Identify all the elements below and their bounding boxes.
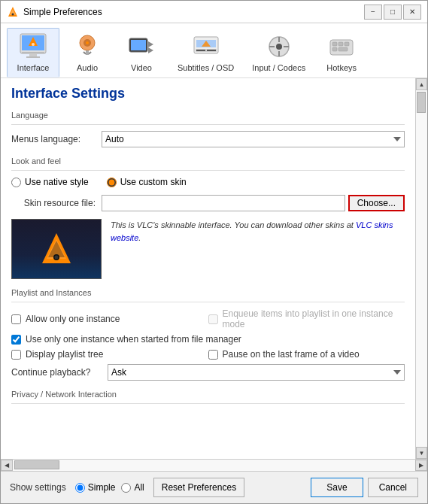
subtitles-icon xyxy=(191,32,221,62)
allow-one-instance-checkbox[interactable] xyxy=(11,314,21,324)
instance-row-1: Allow only one instance Enqueue items in… xyxy=(11,308,405,329)
page-title: Interface Settings xyxy=(11,86,405,102)
scroll-track[interactable] xyxy=(416,90,427,447)
custom-skin-radio[interactable] xyxy=(107,178,117,187)
pause-last-frame-label: Pause on the last frame of a video xyxy=(223,349,360,360)
nav-item-hotkeys[interactable]: Hotkeys xyxy=(315,28,368,77)
pause-last-frame-checkbox[interactable] xyxy=(208,350,218,360)
nav-label-video: Video xyxy=(131,63,152,72)
use-one-instance-checkbox[interactable] xyxy=(11,335,21,345)
all-option[interactable]: All xyxy=(121,482,144,493)
window-title: Simple Preferences xyxy=(23,7,102,17)
native-style-radio[interactable] xyxy=(11,178,21,187)
svg-rect-35 xyxy=(338,47,348,51)
svg-rect-33 xyxy=(345,42,349,46)
enqueue-label: Enqueue items into playlist in one insta… xyxy=(223,308,405,329)
svg-rect-5 xyxy=(22,52,44,53)
scroll-up-button[interactable]: ▲ xyxy=(416,78,427,90)
all-label: All xyxy=(134,482,144,493)
use-one-instance-label: Use only one instance when started from … xyxy=(26,334,241,345)
simple-label: Simple xyxy=(88,482,116,493)
main-window: Simple Preferences − □ ✕ Interfa xyxy=(0,0,428,504)
cancel-button[interactable]: Cancel xyxy=(368,478,418,497)
choose-button[interactable]: Choose... xyxy=(348,195,405,211)
display-playlist-row: Display playlist tree xyxy=(11,349,208,360)
native-style-label: Use native style xyxy=(25,177,89,187)
menus-language-row: Menus language: Auto English French xyxy=(11,131,405,147)
playlist-row-2: Display playlist tree Pause on the last … xyxy=(11,349,405,360)
video-icon xyxy=(126,32,156,62)
footer: Show settings Simple All Reset Preferenc… xyxy=(1,471,427,503)
privacy-section-label: Privacy / Network Interaction xyxy=(11,390,405,399)
menus-language-label: Menus language: xyxy=(11,134,102,144)
svg-rect-7 xyxy=(26,56,40,58)
style-radio-group: Use native style Use custom skin xyxy=(11,177,405,187)
language-separator xyxy=(11,124,405,125)
svg-rect-31 xyxy=(332,42,337,46)
custom-skin-option[interactable]: Use custom skin xyxy=(107,177,187,187)
continue-playback-row: Continue playback? Ask Always Never xyxy=(11,364,405,381)
native-style-option[interactable]: Use native style xyxy=(11,177,89,187)
enqueue-checkbox[interactable] xyxy=(208,314,218,324)
scroll-right-button[interactable]: ▶ xyxy=(415,460,427,471)
horiz-scroll-track[interactable] xyxy=(13,460,415,471)
nav-label-interface: Interface xyxy=(17,63,50,72)
nav-item-subtitles[interactable]: Subtitles / OSD xyxy=(169,28,242,77)
display-playlist-checkbox[interactable] xyxy=(11,350,21,360)
horiz-scroll-thumb[interactable] xyxy=(14,460,59,469)
svg-rect-6 xyxy=(29,53,37,56)
look-feel-label: Look and feel xyxy=(11,156,405,165)
custom-skin-label: Use custom skin xyxy=(120,177,187,187)
reset-preferences-button[interactable]: Reset Preferences xyxy=(153,478,244,497)
look-feel-section: Look and feel Use native style Use custo… xyxy=(11,156,405,279)
svg-point-12 xyxy=(86,41,89,44)
look-feel-separator xyxy=(11,170,405,171)
svg-marker-17 xyxy=(148,47,153,53)
simple-radio[interactable] xyxy=(75,483,85,493)
svg-rect-20 xyxy=(196,50,205,51)
svg-point-41 xyxy=(55,256,59,260)
all-radio[interactable] xyxy=(121,483,131,493)
horizontal-scrollbar: ◀ ▶ xyxy=(1,459,427,471)
nav-label-subtitles: Subtitles / OSD xyxy=(178,63,234,72)
svg-rect-15 xyxy=(131,40,146,50)
nav-item-input[interactable]: Input / Codecs xyxy=(244,28,314,77)
scroll-left-button[interactable]: ◀ xyxy=(1,460,13,471)
scroll-thumb[interactable] xyxy=(417,92,426,113)
audio-icon xyxy=(72,32,102,62)
scroll-down-button[interactable]: ▼ xyxy=(416,447,427,459)
privacy-separator xyxy=(11,403,405,404)
skin-desc-text: This is VLC's skinnable interface. You c… xyxy=(111,220,356,229)
nav-item-interface[interactable]: Interface xyxy=(7,28,59,77)
skin-resource-input[interactable] xyxy=(102,195,345,211)
svg-rect-32 xyxy=(338,42,343,46)
interface-icon xyxy=(18,32,48,62)
simple-option[interactable]: Simple xyxy=(75,482,116,493)
hotkeys-icon xyxy=(326,32,357,62)
enqueue-row: Enqueue items into playlist in one insta… xyxy=(208,308,405,329)
continue-playback-select[interactable]: Ask Always Never xyxy=(108,364,405,381)
svg-point-2 xyxy=(12,13,14,15)
nav-item-audio[interactable]: Audio xyxy=(61,28,114,77)
save-button[interactable]: Save xyxy=(311,478,363,497)
minimize-button[interactable]: − xyxy=(364,5,382,20)
allow-one-instance-label: Allow only one instance xyxy=(26,314,120,324)
nav-item-video[interactable]: Video xyxy=(115,28,168,77)
language-section-label: Language xyxy=(11,111,405,120)
main-scroll-area[interactable]: Interface Settings Language Menus langua… xyxy=(1,78,415,459)
vlc-preview-logo xyxy=(38,230,75,268)
nav-label-input: Input / Codecs xyxy=(252,63,305,72)
nav-label-audio: Audio xyxy=(77,63,98,72)
skin-preview-area: This is VLC's skinnable interface. You c… xyxy=(11,219,405,279)
menus-language-select[interactable]: Auto English French xyxy=(102,131,405,147)
footer-right: Save Cancel xyxy=(311,478,418,497)
maximize-button[interactable]: □ xyxy=(384,5,402,20)
title-bar-controls: − □ ✕ xyxy=(364,5,421,20)
svg-point-25 xyxy=(276,44,282,50)
close-button[interactable]: ✕ xyxy=(403,5,421,20)
content-area: Interface Settings Language Menus langua… xyxy=(1,78,427,459)
svg-point-9 xyxy=(32,43,35,46)
svg-rect-21 xyxy=(207,50,216,51)
vertical-scrollbar: ▲ ▼ xyxy=(415,78,427,459)
svg-rect-34 xyxy=(332,47,337,51)
